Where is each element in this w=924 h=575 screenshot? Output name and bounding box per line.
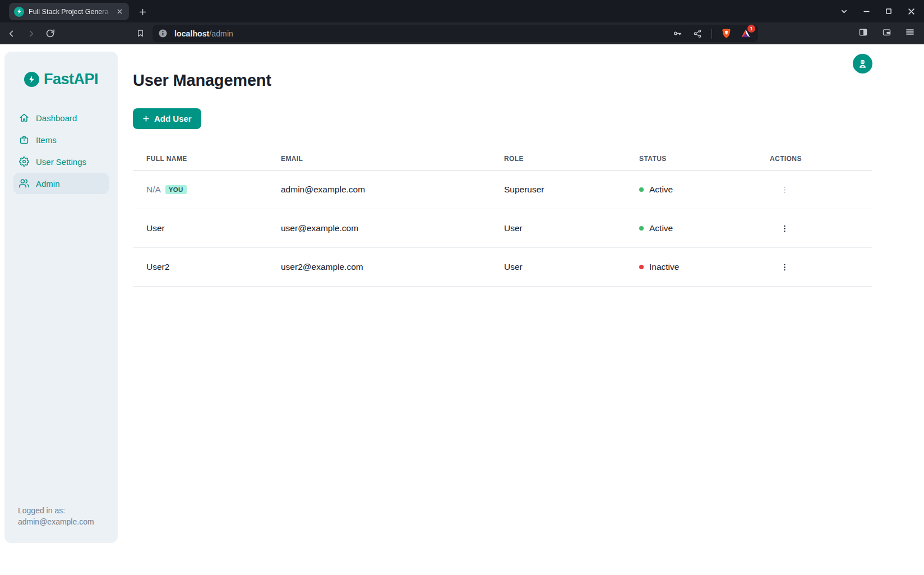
sidebar-item-label: Dashboard [36, 113, 77, 123]
briefcase-icon [19, 135, 29, 145]
status-dot [639, 226, 644, 231]
home-icon [19, 113, 29, 123]
cell-full-name: User2 [146, 262, 169, 272]
users-icon [19, 178, 29, 188]
table-row: User user@example.com User Active [133, 209, 872, 248]
fastapi-bolt-icon [24, 72, 39, 87]
kebab-icon [780, 224, 789, 233]
sidebar-item-label: Admin [36, 179, 60, 188]
url-path: /admin [209, 29, 233, 38]
window-maximize-button[interactable] [881, 4, 896, 19]
main-content: User Management Add User FULL NAME EMAIL… [133, 44, 872, 287]
rewards-badge: 1 [747, 25, 755, 33]
cell-email: user@example.com [281, 223, 504, 233]
sidebar-item-label: User Settings [36, 157, 86, 167]
row-actions-menu-button[interactable] [777, 220, 792, 236]
cell-status: Inactive [639, 262, 770, 272]
page-title: User Management [133, 71, 872, 90]
col-header-status: STATUS [639, 155, 770, 163]
sidebar-item-label: Items [36, 135, 57, 145]
browser-tab-strip: Full Stack Project Genera [0, 0, 924, 22]
reload-button[interactable] [43, 26, 57, 41]
cell-role: User [504, 223, 639, 233]
col-header-full-name: FULL NAME [146, 155, 281, 163]
logged-in-info: Logged in as: admin@example.com [18, 505, 94, 527]
divider [712, 29, 712, 39]
bookmark-icon[interactable] [133, 26, 147, 40]
table-row: N/A YOU admin@example.com Superuser Acti… [133, 171, 872, 209]
share-icon[interactable] [690, 26, 705, 41]
kebab-icon [780, 263, 789, 272]
logged-in-label: Logged in as: [18, 505, 94, 516]
menu-hamburger-icon[interactable] [903, 25, 917, 39]
users-table: FULL NAME EMAIL ROLE STATUS ACTIONS N/A … [133, 147, 872, 287]
site-info-icon[interactable] [158, 29, 168, 38]
cell-role: Superuser [504, 185, 639, 195]
forward-button[interactable] [24, 26, 38, 41]
address-bar[interactable]: localhost/admin 1 [153, 25, 758, 42]
logged-in-email: admin@example.com [18, 516, 94, 527]
tab-search-chevron-icon[interactable] [837, 4, 851, 19]
window-close-button[interactable] [904, 4, 918, 19]
back-button[interactable] [4, 26, 19, 41]
cell-email: user2@example.com [281, 262, 504, 272]
status-dot [639, 265, 644, 269]
sidebar-toggle-icon[interactable] [856, 25, 870, 39]
brave-rewards-icon[interactable]: 1 [739, 27, 752, 40]
sidebar-item-dashboard[interactable]: Dashboard [13, 107, 109, 128]
sidebar: FastAPI Dashboard Items User Settings Ad… [4, 52, 118, 543]
col-header-role: ROLE [504, 155, 639, 163]
row-actions-menu-button [777, 182, 792, 197]
brave-shield-icon[interactable] [719, 26, 733, 41]
plus-icon [142, 115, 150, 122]
cell-full-name: N/A [146, 185, 161, 195]
sidebar-menu: Dashboard Items User Settings Admin [4, 107, 118, 194]
sidebar-item-user-settings[interactable]: User Settings [13, 151, 109, 172]
add-user-button[interactable]: Add User [133, 108, 201, 129]
cell-full-name: User [146, 223, 165, 233]
row-actions-menu-button[interactable] [777, 259, 792, 275]
col-header-email: EMAIL [281, 155, 504, 163]
user-astronaut-icon [857, 58, 868, 69]
tab-close-icon[interactable] [114, 7, 124, 17]
password-key-icon[interactable] [670, 26, 685, 41]
table-header-row: FULL NAME EMAIL ROLE STATUS ACTIONS [133, 147, 872, 171]
gear-icon [19, 157, 29, 167]
sidebar-item-items[interactable]: Items [13, 129, 109, 150]
url-text: localhost/admin [174, 29, 670, 38]
status-dot [639, 187, 644, 192]
user-menu-button[interactable] [853, 54, 872, 73]
kebab-icon [780, 185, 789, 195]
wallet-icon[interactable] [879, 25, 894, 39]
col-header-actions: ACTIONS [770, 155, 872, 163]
browser-tab[interactable]: Full Stack Project Genera [9, 3, 129, 20]
fastapi-logo: FastAPI [4, 71, 118, 88]
cell-status: Active [639, 223, 770, 233]
you-badge: YOU [165, 185, 187, 194]
table-row: User2 user2@example.com User Inactive [133, 248, 872, 287]
cell-email: admin@example.com [281, 185, 504, 195]
cell-status: Active [639, 185, 770, 195]
window-minimize-button[interactable] [859, 4, 874, 19]
cell-role: User [504, 262, 639, 272]
brand-name: FastAPI [44, 71, 98, 88]
sidebar-item-admin[interactable]: Admin [13, 173, 109, 194]
page-content: FastAPI Dashboard Items User Settings Ad… [0, 44, 924, 575]
fastapi-favicon-icon [14, 7, 24, 17]
new-tab-button[interactable] [136, 5, 149, 19]
tab-title: Full Stack Project Genera [29, 8, 114, 16]
url-host: localhost [174, 29, 209, 38]
